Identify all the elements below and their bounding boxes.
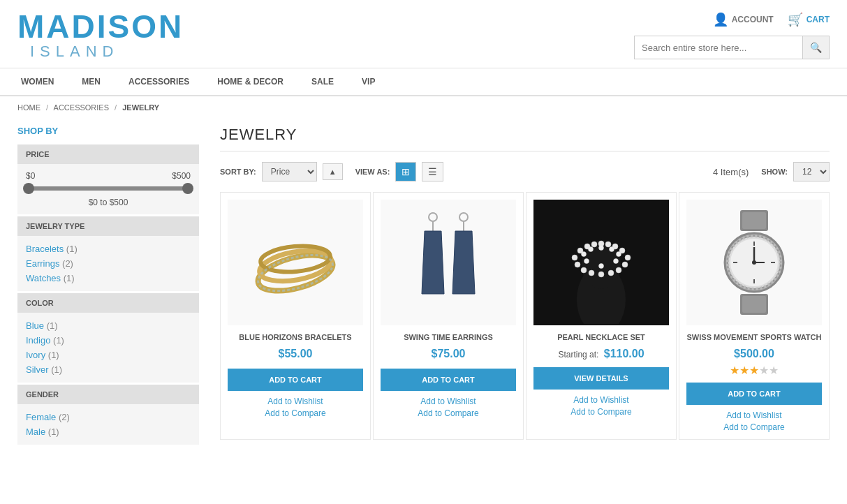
list-view-button[interactable]: ☰ [422, 162, 443, 181]
cart-label: CART [807, 15, 830, 24]
filter-item-blue: Blue (1) [26, 318, 191, 333]
price-range-label: $0 to $500 [26, 198, 191, 207]
filter-link-silver[interactable]: Silver [26, 364, 49, 375]
filter-count-blue: (1) [47, 320, 58, 331]
filter-item-male: Male (1) [26, 424, 191, 439]
shop-by-title: SHOP BY [17, 126, 199, 136]
sidebar: SHOP BY PRICE $0 $500 $0 to $500 JEWELRY… [7, 119, 209, 454]
person-icon: 👤 [713, 12, 728, 27]
wishlist-link-3[interactable]: Add to Wishlist [573, 395, 628, 405]
svg-point-30 [589, 246, 594, 251]
search-button[interactable]: 🔍 [802, 36, 829, 59]
price-slider-track[interactable] [26, 186, 191, 191]
breadcrumb-accessories[interactable]: ACCESSORIES [54, 103, 109, 112]
compare-link-1[interactable]: Add to Compare [265, 408, 325, 418]
svg-marker-6 [422, 231, 444, 294]
grid-view-button[interactable]: ⊞ [395, 162, 416, 181]
wishlist-link-1[interactable]: Add to Wishlist [267, 396, 323, 406]
product-price-starting-label: Starting at: $110.00 [558, 348, 644, 360]
main-layout: SHOP BY PRICE $0 $500 $0 to $500 JEWELRY… [0, 119, 847, 454]
star-2: ★ [739, 364, 749, 377]
nav-item-men[interactable]: MEN [78, 68, 104, 96]
compare-link-2[interactable]: Add to Compare [418, 408, 478, 418]
svg-point-34 [614, 258, 619, 263]
filter-link-male[interactable]: Male [26, 427, 45, 437]
logo[interactable]: MADISON ISLAND [17, 10, 184, 61]
filter-count-ivory: (1) [48, 350, 59, 360]
compare-link-4[interactable]: Add to Compare [723, 422, 784, 432]
cart-link[interactable]: 🛒 CART [788, 12, 830, 27]
star-3: ★ [749, 364, 759, 377]
price-filter-body: $0 $500 $0 to $500 [17, 164, 199, 214]
filter-link-earrings[interactable]: Earrings [26, 258, 59, 269]
view-details-3[interactable]: VIEW DETAILS [533, 367, 669, 390]
add-to-cart-1[interactable]: ADD TO CART [228, 369, 363, 391]
color-filter-title: COLOR [17, 293, 199, 313]
price-slider-thumb-right[interactable] [182, 183, 193, 194]
filter-link-female[interactable]: Female [26, 412, 56, 422]
sort-direction-button[interactable]: ▲ [323, 163, 343, 180]
nav-item-sale[interactable]: SALE [308, 68, 337, 96]
product-image-3[interactable] [533, 200, 669, 325]
product-price-1: $55.00 [279, 348, 313, 360]
header: MADISON ISLAND 👤 ACCOUNT 🛒 CART 🔍 [0, 0, 847, 68]
filter-count-bracelets: (1) [66, 244, 78, 254]
filter-item-earrings: Earrings (2) [26, 256, 191, 271]
price-filter-title: PRICE [17, 144, 199, 164]
item-count: 4 Item(s) [713, 167, 749, 177]
nav-item-vip[interactable]: VIP [358, 68, 378, 96]
svg-point-29 [582, 251, 587, 256]
svg-marker-9 [452, 231, 475, 294]
svg-point-24 [608, 270, 614, 276]
wishlist-link-4[interactable]: Add to Wishlist [726, 410, 781, 420]
search-input[interactable] [635, 37, 802, 59]
filter-link-indigo[interactable]: Indigo [26, 335, 50, 346]
earring-svg [406, 203, 490, 322]
product-area: JEWELRY SORT BY: Price Name Newest ▲ VIE… [209, 119, 840, 454]
filter-link-watches[interactable]: Watches [26, 273, 61, 283]
svg-point-26 [589, 270, 594, 276]
product-image-4[interactable] [686, 200, 822, 325]
nav-item-home-decor[interactable]: HOME & DECOR [214, 68, 287, 96]
svg-point-32 [610, 246, 614, 251]
nav-item-accessories[interactable]: ACCESSORIES [125, 68, 193, 96]
sort-select[interactable]: Price Name Newest [262, 162, 317, 181]
product-image-1[interactable] [228, 200, 363, 325]
product-name-3: PEARL NECKLACE SET [557, 332, 645, 342]
show-select[interactable]: 12 24 36 [793, 162, 830, 181]
price-max: $500 [172, 171, 191, 181]
filter-link-blue[interactable]: Blue [26, 320, 44, 331]
filter-link-ivory[interactable]: Ivory [26, 350, 45, 360]
star-4: ★ [759, 364, 769, 377]
product-card-3: PEARL NECKLACE SET Starting at: $110.00 … [526, 192, 677, 440]
product-name-1: BLUE HORIZONS BRACELETS [239, 332, 351, 342]
add-to-cart-4[interactable]: ADD TO CART [686, 383, 822, 405]
jewelry-type-title: JEWELRY TYPE [17, 216, 199, 236]
necklace-svg [549, 202, 654, 324]
svg-point-31 [599, 245, 604, 250]
svg-rect-38 [742, 212, 766, 229]
product-image-2[interactable] [381, 200, 516, 325]
svg-point-50 [752, 260, 756, 265]
wishlist-link-2[interactable]: Add to Wishlist [420, 396, 476, 406]
price-slider-thumb-left[interactable] [23, 183, 34, 194]
product-price-4: $500.00 [734, 348, 774, 360]
breadcrumb-home[interactable]: HOME [17, 103, 40, 112]
cart-icon: 🛒 [788, 12, 803, 27]
product-grid: BLUE HORIZONS BRACELETS $55.00 ADD TO CA… [220, 192, 830, 440]
svg-point-21 [625, 255, 631, 260]
filter-link-bracelets[interactable]: Bracelets [26, 244, 64, 254]
add-to-cart-2[interactable]: ADD TO CART [381, 369, 516, 391]
nav-item-women[interactable]: WOMEN [17, 68, 57, 96]
account-link[interactable]: 👤 ACCOUNT [713, 12, 774, 27]
filter-item-female: Female (2) [26, 410, 191, 424]
search-box: 🔍 [634, 36, 830, 59]
compare-link-3[interactable]: Add to Compare [570, 407, 631, 417]
breadcrumb-sep-1: / [46, 103, 48, 112]
sort-label: SORT BY: [220, 168, 256, 176]
product-name-2: SWING TIME EARRINGS [404, 332, 493, 342]
breadcrumb-current: JEWELRY [122, 103, 159, 112]
toolbar: SORT BY: Price Name Newest ▲ VIEW AS: ⊞ … [220, 162, 830, 181]
price-min: $0 [26, 171, 35, 181]
product-card-4: SWISS MOVEMENT SPORTS WATCH $500.00 ★ ★ … [679, 192, 830, 440]
